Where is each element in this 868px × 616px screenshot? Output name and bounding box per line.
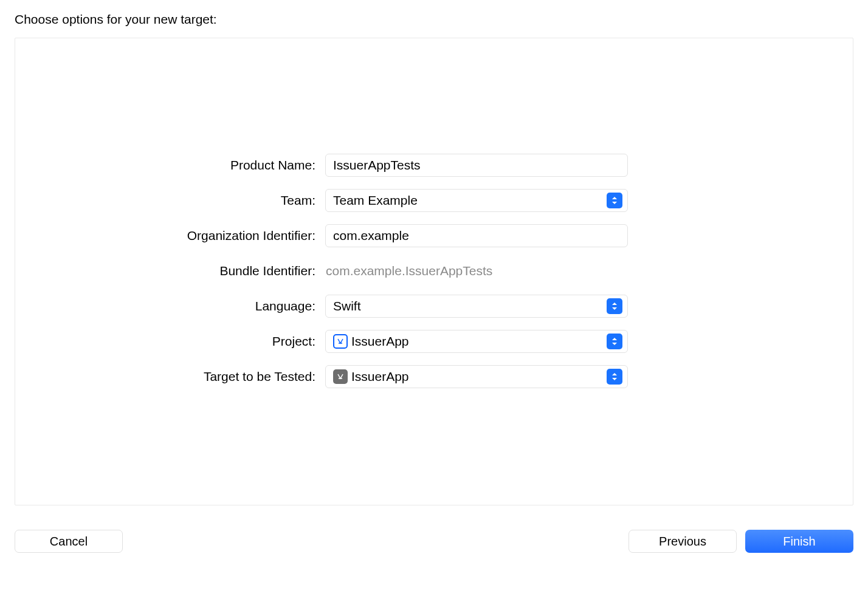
row-team: Team: Team Example — [15, 189, 853, 212]
row-language: Language: Swift — [15, 295, 853, 318]
row-target-to-test: Target to be Tested: IssuerApp — [15, 365, 853, 388]
chevron-up-down-icon — [607, 369, 622, 385]
label-org-identifier: Organization Identifier: — [15, 228, 315, 243]
app-target-icon — [333, 369, 348, 384]
label-project: Project: — [15, 334, 315, 349]
dialog-button-row: Cancel Previous Finish — [15, 530, 853, 553]
dialog-heading: Choose options for your new target: — [15, 12, 853, 27]
xcode-project-icon — [333, 334, 348, 349]
org-identifier-input[interactable] — [325, 224, 628, 247]
language-dropdown-value: Swift — [333, 299, 361, 313]
previous-button[interactable]: Previous — [629, 530, 737, 553]
target-to-test-dropdown-value: IssuerApp — [351, 369, 409, 384]
product-name-input[interactable] — [325, 154, 628, 177]
chevron-up-down-icon — [607, 334, 622, 349]
form-panel: Product Name: Team: Team Example Organiz… — [15, 38, 853, 505]
project-dropdown-value: IssuerApp — [351, 334, 409, 349]
label-product-name: Product Name: — [15, 158, 315, 173]
finish-button[interactable]: Finish — [745, 530, 853, 553]
chevron-up-down-icon — [607, 298, 622, 314]
project-dropdown[interactable]: IssuerApp — [325, 330, 628, 353]
cancel-button[interactable]: Cancel — [15, 530, 123, 553]
label-target-to-test: Target to be Tested: — [15, 369, 315, 384]
bundle-identifier-value: com.example.IssuerAppTests — [325, 259, 628, 282]
row-org-identifier: Organization Identifier: — [15, 224, 853, 247]
team-dropdown-value: Team Example — [333, 193, 418, 208]
team-dropdown[interactable]: Team Example — [325, 189, 628, 212]
row-project: Project: IssuerApp — [15, 330, 853, 353]
language-dropdown[interactable]: Swift — [325, 295, 628, 318]
target-to-test-dropdown[interactable]: IssuerApp — [325, 365, 628, 388]
row-bundle-identifier: Bundle Identifier: com.example.IssuerApp… — [15, 259, 853, 282]
chevron-up-down-icon — [607, 193, 622, 208]
row-product-name: Product Name: — [15, 154, 853, 177]
label-language: Language: — [15, 299, 315, 313]
label-team: Team: — [15, 193, 315, 208]
label-bundle-identifier: Bundle Identifier: — [15, 264, 315, 278]
